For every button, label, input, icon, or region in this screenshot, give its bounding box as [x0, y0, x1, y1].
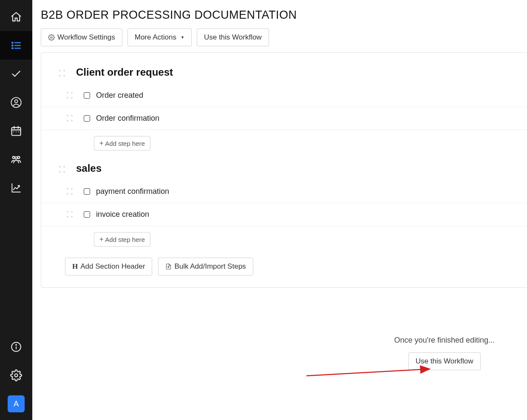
caret-down-icon: ▼	[181, 35, 184, 40]
panel-bottom-actions: H Add Section Header Bulk Add/Import Ste…	[41, 255, 527, 277]
sidebar: A	[0, 0, 32, 420]
toolbar: Workflow Settings More Actions ▼ Use thi…	[41, 28, 527, 46]
chart-icon	[10, 182, 23, 194]
section-title: Client order request	[76, 66, 173, 78]
workflow-settings-label: Workflow Settings	[57, 33, 115, 42]
svg-point-16	[17, 156, 20, 158]
step-label: Order confirmation	[96, 114, 159, 123]
step-checkbox[interactable]	[84, 92, 90, 99]
page-title: B2B ORDER PROCESSING DOCUMENTATION	[41, 9, 527, 22]
user-circle-icon	[10, 96, 23, 109]
add-step-wrap: + Add step here	[41, 130, 527, 159]
more-actions-button[interactable]: More Actions ▼	[128, 28, 192, 46]
sidebar-item-analytics[interactable]	[0, 173, 32, 202]
gear-icon	[48, 34, 55, 41]
bulk-import-label: Bulk Add/Import Steps	[174, 262, 246, 271]
svg-point-4	[12, 48, 13, 49]
add-section-header-button[interactable]: H Add Section Header	[65, 258, 152, 275]
svg-point-20	[16, 344, 17, 345]
add-step-button[interactable]: + Add step here	[94, 136, 150, 150]
workflow-panel: Client order request Order created Order…	[41, 52, 527, 288]
sidebar-item-settings[interactable]	[0, 361, 32, 389]
sidebar-item-profile[interactable]	[0, 88, 32, 116]
workflow-settings-button[interactable]: Workflow Settings	[41, 28, 122, 46]
list-icon	[10, 39, 23, 52]
add-step-wrap: + Add step here	[41, 226, 527, 255]
heading-icon: H	[72, 262, 78, 271]
section-title: sales	[76, 162, 102, 174]
file-import-icon	[165, 263, 172, 270]
avatar-initial: A	[14, 400, 19, 409]
svg-point-15	[13, 156, 15, 158]
use-workflow-button-top[interactable]: Use this Workflow	[197, 28, 269, 46]
step-label: Order created	[96, 91, 143, 100]
svg-point-22	[51, 37, 52, 38]
calendar-icon	[10, 125, 23, 137]
drag-handle-icon[interactable]	[67, 115, 73, 122]
step-row[interactable]: Order confirmation	[41, 107, 527, 130]
sidebar-item-info[interactable]	[0, 332, 32, 361]
section-header[interactable]: sales	[41, 159, 527, 180]
use-workflow-label: Use this Workflow	[204, 33, 262, 42]
bulk-import-button[interactable]: Bulk Add/Import Steps	[158, 258, 253, 275]
drag-handle-icon[interactable]	[67, 92, 73, 99]
svg-point-0	[12, 42, 13, 43]
sidebar-item-tasks[interactable]	[0, 60, 32, 88]
drag-handle-icon[interactable]	[59, 166, 65, 173]
step-row[interactable]: Order created	[41, 84, 527, 107]
svg-point-21	[15, 374, 18, 377]
svg-point-17	[15, 156, 17, 159]
gear-icon	[10, 369, 23, 382]
svg-point-7	[15, 99, 18, 102]
step-checkbox[interactable]	[84, 115, 90, 122]
step-row[interactable]: invoice creation	[41, 203, 527, 226]
sidebar-item-calendar[interactable]	[0, 116, 32, 145]
drag-handle-icon[interactable]	[67, 211, 73, 219]
sidebar-spacer	[0, 202, 32, 332]
step-label: invoice creation	[96, 210, 149, 219]
drag-handle-icon[interactable]	[67, 188, 73, 196]
step-checkbox[interactable]	[84, 188, 90, 195]
footer-note: Once you're finished editing...	[394, 336, 495, 345]
svg-rect-8	[12, 127, 21, 135]
svg-point-2	[12, 45, 13, 46]
use-workflow-button-bottom[interactable]: Use this Workflow	[408, 352, 481, 370]
check-icon	[10, 68, 23, 80]
step-checkbox[interactable]	[84, 211, 90, 218]
add-step-label: Add step here	[105, 140, 144, 147]
step-label: payment confirmation	[96, 187, 169, 196]
section-header[interactable]: Client order request	[41, 63, 527, 84]
avatar[interactable]: A	[8, 395, 25, 412]
sidebar-item-workflows[interactable]	[0, 31, 32, 60]
team-icon	[10, 153, 23, 166]
step-row[interactable]: payment confirmation	[41, 180, 527, 203]
more-actions-label: More Actions	[135, 33, 176, 42]
use-workflow-label: Use this Workflow	[416, 357, 473, 366]
drag-handle-icon[interactable]	[59, 70, 65, 77]
home-icon	[10, 11, 23, 23]
add-step-label: Add step here	[105, 236, 144, 243]
footer-cta: Once you're finished editing... Use this…	[394, 336, 495, 370]
info-icon	[10, 341, 23, 353]
add-section-label: Add Section Header	[80, 262, 145, 271]
sidebar-item-team[interactable]	[0, 145, 32, 173]
sidebar-item-home[interactable]	[0, 3, 32, 31]
plus-icon: +	[99, 236, 103, 243]
main-content: B2B ORDER PROCESSING DOCUMENTATION Workf…	[32, 0, 527, 420]
plus-icon: +	[99, 139, 103, 147]
add-step-button[interactable]: + Add step here	[94, 232, 150, 247]
